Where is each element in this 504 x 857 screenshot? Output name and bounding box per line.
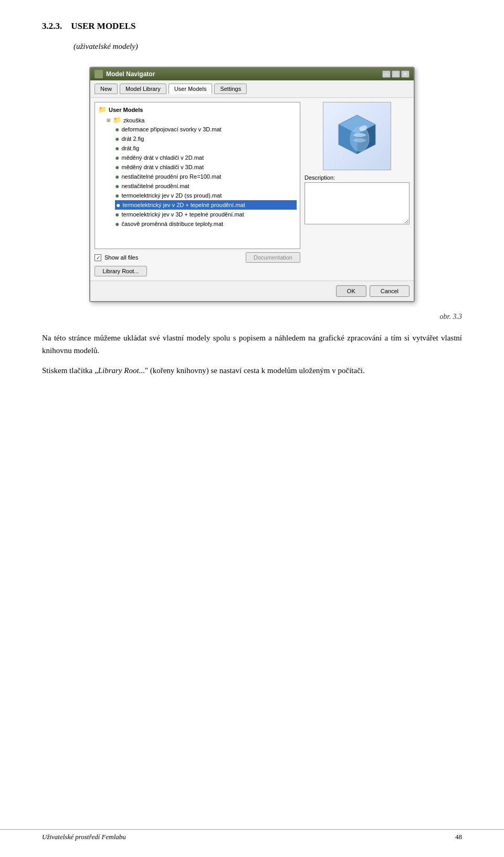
dialog-controls[interactable]: ─ □ ✕ xyxy=(382,70,410,78)
bullet-icon: ● xyxy=(115,135,119,143)
item-label: deformace připojovací svorky v 3D.mat xyxy=(121,126,221,132)
dialog-title-left: Model Navigator xyxy=(94,70,155,78)
bullet-icon: ● xyxy=(116,201,120,209)
list-item[interactable]: ● deformace připojovací svorky v 3D.mat xyxy=(115,125,297,134)
bullet-icon: ● xyxy=(115,125,119,133)
list-item[interactable]: ● měděný drát v chladiči v 2D.mat xyxy=(115,153,297,162)
item-label: termoelektrický jev v 3D + tepelné proud… xyxy=(121,211,244,218)
tree-branch-item[interactable]: ⊞ 📁 zkouška xyxy=(107,116,297,125)
branch-folder-icon: 📁 xyxy=(113,116,121,124)
library-root-button[interactable]: Library Root... xyxy=(94,266,147,276)
section-number: 3.2.3. xyxy=(42,21,62,31)
tab-user-models[interactable]: User Models xyxy=(169,84,213,94)
root-folder-icon: 📁 xyxy=(98,106,107,113)
tree-root: 📁 User Models xyxy=(98,106,297,113)
maximize-button[interactable]: □ xyxy=(392,70,400,78)
bullet-icon: ● xyxy=(115,153,119,162)
expand-icon: ⊞ xyxy=(107,118,111,123)
item-label: termoelektrický jev v 2D + tepelné proud… xyxy=(122,202,245,208)
dialog-titlebar: Model Navigator ─ □ ✕ xyxy=(90,68,414,80)
list-item[interactable]: ● nestlačitelné proudění pro Re=100.mat xyxy=(115,172,297,181)
item-label: drát 2.fig xyxy=(121,136,144,142)
dialog-title-text: Model Navigator xyxy=(106,70,155,78)
page: 3.2.3. USER MODELS (uživatelské modely) … xyxy=(0,0,504,857)
tree-root-label: User Models xyxy=(109,107,143,113)
dialog-footer: OK Cancel xyxy=(90,281,414,301)
section-heading: 3.2.3. USER MODELS xyxy=(42,21,462,32)
show-all-row: ✓ Show all files Documentation xyxy=(94,252,300,263)
dialog-right-panel: Description: xyxy=(304,102,410,276)
item-label: měděný drát v chladiči v 2D.mat xyxy=(121,154,204,161)
description-textarea[interactable] xyxy=(304,182,410,224)
model-navigator-dialog: Model Navigator ─ □ ✕ New Model Library … xyxy=(89,67,415,302)
item-label: časově proměnná distribuce teploty.mat xyxy=(121,221,223,227)
list-item[interactable]: ● drát.fig xyxy=(115,143,297,153)
item-label: nestlačitelné proudění.mat xyxy=(121,183,189,189)
tab-new[interactable]: New xyxy=(94,84,118,94)
item-label: termoelektrický jev v 2D (ss proud).mat xyxy=(121,192,222,199)
item-label: nestlačitelné proudění pro Re=100.mat xyxy=(121,173,221,180)
bullet-icon: ● xyxy=(115,220,119,228)
dialog-body: 📁 User Models ⊞ 📁 zkouška xyxy=(90,98,414,281)
item-label: měděný drát v chladiči v 3D.mat xyxy=(121,164,204,170)
body-paragraph-1: Na této stránce můžeme ukládat své vlast… xyxy=(42,332,462,357)
cancel-button[interactable]: Cancel xyxy=(370,285,410,297)
dialog-toolbar: New Model Library User Models Settings xyxy=(90,80,414,98)
show-all-label: Show all files xyxy=(104,254,138,261)
bullet-icon: ● xyxy=(115,191,119,200)
footer-left-text: Uživatelské prostředí Femlabu xyxy=(42,833,126,841)
cube-svg xyxy=(331,110,383,162)
ok-button[interactable]: OK xyxy=(336,285,366,297)
list-item[interactable]: ● měděný drát v chladiči v 3D.mat xyxy=(115,162,297,172)
dialog-left-panel: 📁 User Models ⊞ 📁 zkouška xyxy=(94,102,300,276)
tree-branch: ⊞ 📁 zkouška ● deformace připojovací svor… xyxy=(107,116,297,229)
page-footer: Uživatelské prostředí Femlabu 48 xyxy=(0,829,504,841)
list-item[interactable]: ● drát 2.fig xyxy=(115,134,297,143)
bullet-icon: ● xyxy=(115,210,119,219)
close-button[interactable]: ✕ xyxy=(401,70,410,78)
list-item[interactable]: ● termoelektrický jev v 2D (ss proud).ma… xyxy=(115,191,297,200)
branch-label: zkouška xyxy=(123,117,144,123)
library-root-row: Library Root... xyxy=(94,266,300,276)
body-paragraph-2: Stiskem tlačítka „Library Root..." (koře… xyxy=(42,364,462,377)
bullet-icon: ● xyxy=(115,144,119,152)
list-item-selected[interactable]: ● termoelektrický jev v 2D + tepelné pro… xyxy=(115,200,297,210)
section-subtitle: (uživatelské modely) xyxy=(74,42,462,51)
documentation-button[interactable]: Documentation xyxy=(246,252,300,263)
bullet-icon: ● xyxy=(115,163,119,171)
item-label: drát.fig xyxy=(121,145,139,151)
show-all-checkbox[interactable]: ✓ xyxy=(94,254,101,261)
tree-items: ● deformace připojovací svorky v 3D.mat … xyxy=(115,125,297,229)
list-item[interactable]: ● časově proměnná distribuce teploty.mat xyxy=(115,219,297,229)
bullet-icon: ● xyxy=(115,182,119,190)
dialog-container: Model Navigator ─ □ ✕ New Model Library … xyxy=(42,67,462,302)
model-preview xyxy=(323,102,391,170)
list-item[interactable]: ● termoelektrický jev v 3D + tepelné pro… xyxy=(115,210,297,219)
description-label: Description: xyxy=(304,174,410,181)
minimize-button[interactable]: ─ xyxy=(382,70,391,78)
tree-pane: 📁 User Models ⊞ 📁 zkouška xyxy=(94,102,300,249)
tab-model-library[interactable]: Model Library xyxy=(120,84,166,94)
tab-settings[interactable]: Settings xyxy=(214,84,247,94)
section-title: USER MODELS xyxy=(71,21,135,31)
dialog-app-icon xyxy=(94,70,103,78)
figure-caption: obr. 3.3 xyxy=(42,313,462,321)
list-item[interactable]: ● nestlačitelné proudění.mat xyxy=(115,181,297,191)
page-number: 48 xyxy=(455,833,462,841)
bullet-icon: ● xyxy=(115,172,119,181)
description-section: Description: xyxy=(304,174,410,225)
